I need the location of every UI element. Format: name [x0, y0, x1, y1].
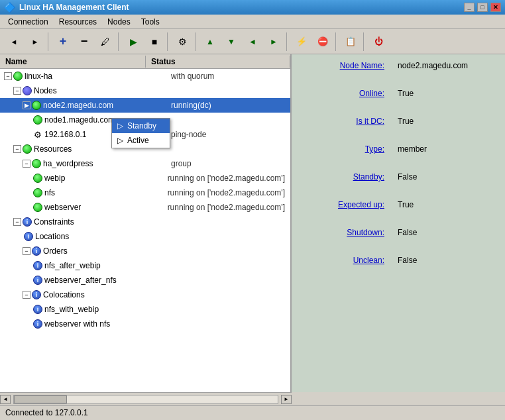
toolbar: ◄ ► + − 🖊 ▶ ■ ⚙ ▲ ▼ ◄ ► ⚡ ⛔ 📋 ⏻ — [0, 29, 505, 54]
tree-row[interactable]: ▶ node2.magedu.com running(dc) — [0, 98, 290, 113]
prop-value-expected-up: True — [398, 200, 414, 209]
tree-label-nfs-with-webip: nfs_with_webip — [44, 305, 171, 314]
expand-constraints[interactable]: − — [13, 218, 21, 226]
right-panel: Node Name: node2.magedu.com Online: True… — [292, 54, 505, 392]
settings-button[interactable]: ⚙ — [172, 32, 192, 51]
separator-6 — [335, 32, 338, 51]
prop-value-online: True — [398, 89, 414, 98]
edit-button[interactable]: 🖊 — [95, 32, 115, 51]
expand-node2[interactable]: ▶ — [23, 101, 30, 109]
tree-label-webserver: webserver — [44, 203, 168, 212]
close-button[interactable]: ✕ — [490, 3, 501, 12]
scroll-right-button[interactable]: ► — [281, 395, 292, 404]
prop-label-unclean[interactable]: Unclean: — [305, 256, 384, 265]
tree-label-webserver-after-nfs: webserver_after_nfs — [44, 276, 171, 285]
menu-tools[interactable]: Tools — [136, 16, 165, 28]
menubar: Connection Resources Nodes Tools — [0, 15, 505, 29]
tree-row[interactable]: − Nodes — [0, 83, 290, 98]
info-icon-constraints: i — [23, 217, 32, 227]
tree-label-ha-wordpress: ha_wordpress — [43, 159, 171, 168]
down-button[interactable]: ▼ — [221, 32, 241, 51]
prop-label-is-dc[interactable]: Is it DC: — [305, 117, 384, 126]
tree-row[interactable]: webserver running on ['node2.magedu.com'… — [0, 200, 290, 215]
expand-ha-wordpress[interactable]: − — [23, 160, 30, 168]
prop-label-standby[interactable]: Standby: — [305, 172, 384, 182]
add-button[interactable]: + — [53, 32, 73, 51]
back-button[interactable]: ◄ — [4, 32, 24, 51]
expand-linux-ha[interactable]: − — [4, 72, 12, 80]
up-button[interactable]: ▲ — [200, 32, 220, 51]
expand-nodes[interactable]: − — [13, 87, 21, 95]
connect-button[interactable]: ⚡ — [292, 32, 311, 51]
minimize-button[interactable]: _ — [464, 3, 475, 12]
clipboard-button[interactable]: 📋 — [341, 32, 361, 51]
tree-row[interactable]: nfs running on ['node2.magedu.com'] — [0, 185, 290, 200]
tree-label-locations: Locations — [35, 232, 171, 241]
tree-row[interactable]: − i Orders — [0, 244, 290, 258]
separator-1 — [48, 32, 50, 51]
prop-row-shutdown: Shutdown: False — [305, 228, 492, 237]
tree-row[interactable]: webip running on ['node2.magedu.com'] — [0, 171, 290, 185]
scroll-left-button[interactable]: ◄ — [0, 395, 11, 404]
app-title: Linux HA Management Client — [19, 3, 129, 12]
menu-nodes[interactable]: Nodes — [102, 16, 136, 28]
tree-row[interactable]: − i Constraints — [0, 215, 290, 229]
menu-connection[interactable]: Connection — [3, 16, 54, 28]
exit-button[interactable]: ⏻ — [368, 32, 388, 51]
tree-row[interactable]: − i Colocations — [0, 288, 290, 302]
tree-row[interactable]: i Locations — [0, 229, 290, 244]
prop-value-is-dc: True — [398, 117, 414, 126]
info-icon-nfs-after-webip: i — [33, 261, 42, 270]
remove-button[interactable]: − — [74, 32, 94, 51]
status-text: Connected to 127.0.0.1 — [5, 408, 88, 417]
ctx-item-active[interactable]: ▷ Active — [112, 133, 170, 148]
active-icon: ▷ — [117, 136, 123, 145]
start-button[interactable]: ▶ — [123, 32, 143, 51]
tree-label-nfs-after-webip: nfs_after_webip — [44, 261, 171, 270]
statusbar: Connected to 127.0.0.1 — [0, 405, 505, 419]
menu-resources[interactable]: Resources — [54, 16, 102, 28]
disconnect-button[interactable]: ⛔ — [313, 32, 333, 51]
tree-row[interactable]: i nfs_after_webip — [0, 258, 290, 273]
maximize-button[interactable]: □ — [477, 3, 488, 12]
tree: − linux-ha with quorum − Nodes ▶ node2.m… — [0, 69, 290, 392]
status-icon-node1 — [33, 115, 42, 125]
tree-row[interactable]: − linux-ha with quorum — [0, 69, 290, 83]
prop-label-node-name[interactable]: Node Name: — [305, 61, 384, 70]
prop-label-type[interactable]: Type: — [305, 144, 384, 154]
tree-label-orders: Orders — [43, 246, 171, 256]
status-icon-linux-ha — [13, 72, 23, 81]
separator-5 — [286, 32, 289, 51]
prop-row-unclean: Unclean: False — [305, 256, 492, 265]
status-icon-nodes — [23, 86, 32, 95]
left-button[interactable]: ◄ — [243, 32, 262, 51]
titlebar: 🔷 Linux HA Management Client _ □ ✕ — [0, 0, 505, 15]
right-button[interactable]: ► — [264, 32, 284, 51]
status-webserver: running on ['node2.magedu.com'] — [168, 203, 290, 212]
tree-row[interactable]: i webserver with nfs — [0, 317, 290, 331]
tree-label-webserver-with-nfs: webserver with nfs — [44, 319, 171, 329]
prop-label-shutdown[interactable]: Shutdown: — [305, 228, 384, 237]
tree-row[interactable]: i nfs_with_webip — [0, 302, 290, 317]
hscroll-track — [13, 395, 278, 404]
tree-row[interactable]: i webserver_after_nfs — [0, 273, 290, 288]
expand-colocations[interactable]: − — [23, 291, 30, 299]
expand-orders[interactable]: − — [23, 247, 30, 255]
forward-button[interactable]: ► — [25, 32, 45, 51]
tree-label-webip: webip — [44, 174, 168, 183]
separator-4 — [195, 32, 197, 51]
tree-label-constraints: Constraints — [34, 217, 171, 227]
main-area: Name Status − linux-ha with quorum − Nod… — [0, 54, 505, 392]
info-icon-webserver-with-nfs: i — [33, 319, 42, 329]
stop-button[interactable]: ■ — [144, 32, 164, 51]
prop-row-online: Online: True — [305, 89, 492, 98]
info-icon-locations: i — [24, 232, 33, 241]
prop-label-expected-up[interactable]: Expected up: — [305, 200, 384, 209]
prop-row-standby: Standby: False — [305, 172, 492, 182]
tree-row[interactable]: − ha_wordpress group — [0, 156, 290, 171]
ctx-item-standby[interactable]: ▷ Standby — [112, 119, 170, 133]
hscroll-thumb[interactable] — [14, 395, 67, 403]
expand-resources[interactable]: − — [13, 145, 21, 153]
status-icon-node2 — [32, 101, 41, 110]
prop-label-online[interactable]: Online: — [305, 89, 384, 98]
